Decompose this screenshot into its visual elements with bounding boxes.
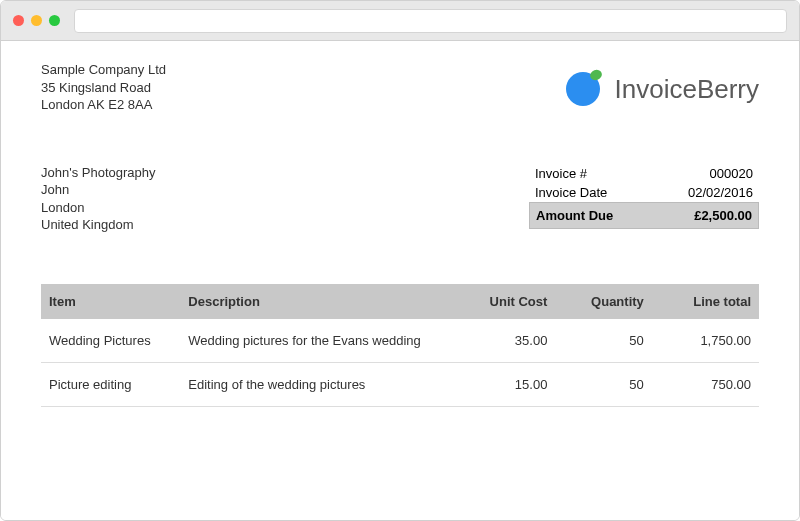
invoice-date-value: 02/02/2016 [688,185,753,200]
amount-due-label: Amount Due [536,208,613,223]
cell-description: Editing of the wedding pictures [180,362,448,406]
cell-unit-cost: 35.00 [448,319,555,363]
amount-due-row: Amount Due £2,500.00 [529,202,759,229]
header-quantity: Quantity [555,284,651,319]
cell-quantity: 50 [555,362,651,406]
maximize-button[interactable] [49,15,60,26]
sender-company: Sample Company Ltd [41,61,166,79]
minimize-button[interactable] [31,15,42,26]
invoice-number-value: 000020 [710,166,753,181]
brand-name: InvoiceBerry [615,74,760,105]
header-row: Sample Company Ltd 35 Kingsland Road Lon… [41,61,759,114]
browser-titlebar [1,1,799,41]
recipient-address: John's Photography John London United Ki… [41,164,156,234]
invoice-date-row: Invoice Date 02/02/2016 [529,183,759,202]
recipient-country: United Kingdom [41,216,156,234]
sender-address: Sample Company Ltd 35 Kingsland Road Lon… [41,61,166,114]
sender-city-postal: London AK E2 8AA [41,96,166,114]
cell-item: Picture editing [41,362,180,406]
invoice-document: Sample Company Ltd 35 Kingsland Road Lon… [1,41,799,520]
invoice-number-label: Invoice # [535,166,587,181]
invoice-meta-box: Invoice # 000020 Invoice Date 02/02/2016… [529,164,759,229]
brand-logo: InvoiceBerry [563,65,760,113]
browser-window: Sample Company Ltd 35 Kingsland Road Lon… [0,0,800,521]
recipient-company: John's Photography [41,164,156,182]
recipient-city: London [41,199,156,217]
cell-line-total: 1,750.00 [652,319,759,363]
header-description: Description [180,284,448,319]
cell-quantity: 50 [555,319,651,363]
cell-line-total: 750.00 [652,362,759,406]
cell-item: Wedding Pictures [41,319,180,363]
invoice-number-row: Invoice # 000020 [529,164,759,183]
close-button[interactable] [13,15,24,26]
header-item: Item [41,284,180,319]
table-row: Picture editing Editing of the wedding p… [41,362,759,406]
url-bar[interactable] [74,9,787,33]
recipient-name: John [41,181,156,199]
invoiceberry-icon [563,65,607,113]
header-unit-cost: Unit Cost [448,284,555,319]
amount-due-value: £2,500.00 [694,208,752,223]
invoice-date-label: Invoice Date [535,185,607,200]
details-row: John's Photography John London United Ki… [41,164,759,234]
line-items-table: Item Description Unit Cost Quantity Line… [41,284,759,407]
cell-description: Wedding pictures for the Evans wedding [180,319,448,363]
sender-street: 35 Kingsland Road [41,79,166,97]
cell-unit-cost: 15.00 [448,362,555,406]
table-header-row: Item Description Unit Cost Quantity Line… [41,284,759,319]
header-line-total: Line total [652,284,759,319]
window-controls [13,15,60,26]
table-row: Wedding Pictures Wedding pictures for th… [41,319,759,363]
